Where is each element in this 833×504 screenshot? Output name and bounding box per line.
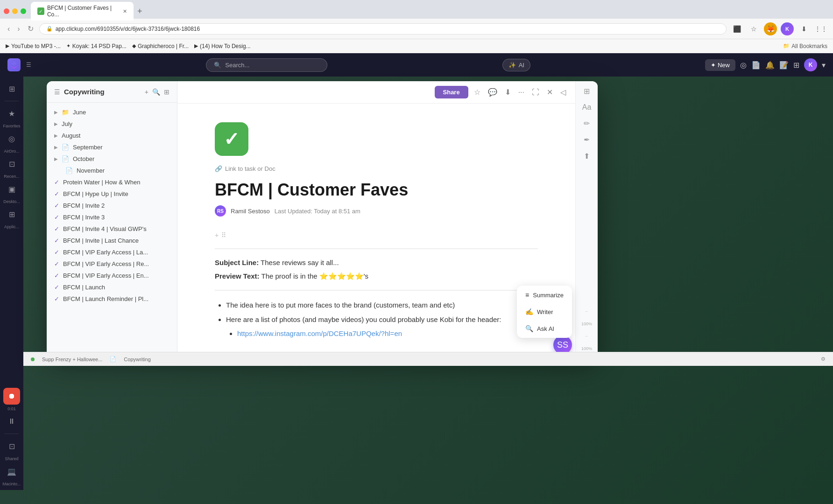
nav-bfcm-hype-label: BFCM | Hype Up | Invite — [63, 190, 128, 197]
sidebar-add-icon[interactable]: + — [145, 88, 148, 96]
chevron-down-icon[interactable]: ▾ — [822, 61, 826, 70]
reload-button[interactable]: ↻ — [26, 22, 35, 35]
writer-btn[interactable]: ✍ Writer — [519, 304, 570, 319]
bookmark-howto[interactable]: ▶ (14) How To Desig... — [194, 43, 251, 49]
user-avatar[interactable]: K — [804, 58, 817, 71]
sidebar-search-icon[interactable]: 🔍 — [152, 88, 160, 96]
more-options-icon[interactable]: ··· — [516, 86, 526, 98]
new-button[interactable]: ✦ New — [705, 59, 735, 71]
new-label: New — [718, 62, 730, 69]
nav-item-bfcm-lastchance[interactable]: ✓ BFCM | Invite | Last Chance — [47, 235, 177, 246]
bookmark-youtube[interactable]: ▶ YouTube to MP3 -... — [6, 43, 61, 49]
nav-item-bfcm-invite2[interactable]: ✓ BFCM | Invite 2 — [47, 200, 177, 211]
nav-item-bfcm-vip-en[interactable]: ✓ BFCM | VIP Early Access | En... — [47, 270, 177, 281]
sidebar-grid-icon[interactable]: ⊞ — [3, 80, 20, 97]
bookmarks-bar: ▶ YouTube to MP3 -... ✦ Koyak: 14 PSD Pa… — [0, 39, 833, 53]
bookmark-koyak[interactable]: ✦ Koyak: 14 PSD Pap... — [66, 43, 127, 49]
instagram-link[interactable]: https://www.instagram.com/p/DCEHa7UPQek/… — [237, 329, 402, 337]
panel-edit-icon[interactable]: ✏ — [584, 119, 590, 128]
sidebar-apps-icon[interactable]: ⊞ — [3, 206, 20, 223]
address-bar[interactable]: 🔒 app.clickup.com/6910355/v/dc/6jwck-373… — [39, 23, 727, 35]
hamburger-icon[interactable]: ☰ — [26, 62, 31, 68]
notepad-icon[interactable]: 📝 — [779, 61, 789, 70]
back-button[interactable]: ‹ — [6, 23, 12, 35]
close-modal-icon[interactable]: ✕ — [545, 86, 555, 98]
maximize-window-btn[interactable] — [21, 8, 26, 14]
nav-item-september[interactable]: ▶ 📄 September — [47, 141, 177, 153]
sidebar-shared-icon[interactable]: ⊡ — [3, 438, 20, 455]
nav-item-june[interactable]: ▶ 📁 June — [47, 106, 177, 118]
nav-item-bfcm-vip-la[interactable]: ✓ BFCM | VIP Early Access | La... — [47, 246, 177, 258]
fullscreen-icon[interactable]: ⛶ — [530, 86, 541, 98]
nav-item-july[interactable]: ▶ July — [47, 118, 177, 130]
nav-item-protein-water[interactable]: ✓ Protein Water | How & When — [47, 176, 177, 188]
ask-ai-btn[interactable]: 🔍 Ask AI — [519, 321, 570, 336]
ai-button[interactable]: ✨ AI — [502, 59, 530, 71]
nav-september-label: September — [73, 144, 103, 151]
nav-item-bfcm-invite3[interactable]: ✓ BFCM | Invite 3 — [47, 211, 177, 223]
star-icon[interactable]: ☆ — [472, 86, 482, 98]
sidebar-airdrop-icon[interactable]: ◎ — [3, 130, 20, 147]
ai-fab-button[interactable]: SS — [553, 336, 572, 354]
doc-title: BFCM | Customer Faves — [215, 180, 538, 200]
extensions-menu-icon[interactable]: ⋮⋮ — [814, 22, 827, 35]
app-left-sidebar: ⊞ ★ Favorites ◎ AirDro... ⊡ Recen... ▣ D… — [0, 77, 23, 490]
sidebar-collapse-icon[interactable]: ☰ — [54, 88, 60, 96]
goal-icon[interactable]: ◎ — [740, 61, 747, 70]
grid-icon[interactable]: ⊞ — [793, 61, 799, 70]
bookmark-star-icon[interactable]: ☆ — [747, 22, 760, 35]
doc-icon[interactable]: 📄 — [751, 61, 761, 70]
zoom-minus-icon[interactable]: − — [586, 309, 588, 314]
ai-fab-icon: SS — [557, 340, 568, 350]
download-icon[interactable]: ⬇ — [798, 22, 811, 35]
nav-item-bfcm-launch-reminder[interactable]: ✓ BFCM | Launch Reminder | Pl... — [47, 293, 177, 305]
forward-button[interactable]: › — [15, 23, 21, 35]
writer-icon: ✍ — [525, 308, 533, 315]
status-settings-icon[interactable]: ⚙ — [821, 356, 826, 362]
close-window-btn[interactable] — [4, 8, 9, 14]
nav-item-october[interactable]: ▶ 📄 October — [47, 153, 177, 165]
inline-add-row[interactable]: + ⠿ — [215, 231, 538, 239]
sidebar-favorites-icon[interactable]: ★ — [3, 105, 20, 122]
comment-icon[interactable]: 💬 — [486, 86, 499, 98]
sidebar-recent-icon[interactable]: ⊡ — [3, 155, 20, 172]
tab-close-icon[interactable]: ✕ — [123, 8, 127, 14]
share-button[interactable]: Share — [435, 86, 468, 98]
sidebar-airdrop-label: AirDro... — [4, 149, 19, 154]
summarize-label: Summarize — [533, 292, 564, 299]
nav-item-bfcm-vip-re[interactable]: ✓ BFCM | VIP Early Access | Re... — [47, 258, 177, 270]
active-tab[interactable]: ✓ BFCM | Customer Faves | Co... ✕ — [31, 2, 134, 21]
nav-item-bfcm-invite4[interactable]: ✓ BFCM | Invite 4 | Visual GWP's — [47, 223, 177, 235]
link-to-task[interactable]: 🔗 Link to task or Doc — [215, 165, 538, 172]
search-icon: 🔍 — [214, 62, 221, 69]
panel-layout-icon[interactable]: ⊞ — [584, 87, 590, 96]
sidebar-section-favorites: ★ Favorites — [3, 105, 20, 128]
sidebar-layout-icon[interactable]: ⊞ — [164, 88, 169, 96]
bookmark-graphicheroco[interactable]: ◆ Graphicheroco | Fr... — [132, 43, 189, 49]
sidebar-pause-btn[interactable]: ⏸ — [3, 413, 20, 430]
arrow-icon: ▶ — [54, 121, 58, 126]
search-bar[interactable]: 🔍 Search... — [206, 58, 327, 72]
profile-icon[interactable]: K — [781, 22, 794, 35]
sidebar-record-btn[interactable]: ⏺ — [3, 388, 20, 405]
extension-icon[interactable]: 🦊 — [764, 22, 777, 35]
nav-item-november[interactable]: 📄 November — [47, 165, 177, 176]
download-doc-icon[interactable]: ⬇ — [503, 86, 513, 98]
ask-ai-icon: 🔍 — [525, 325, 533, 332]
nav-item-bfcm-launch[interactable]: ✓ BFCM | Launch — [47, 281, 177, 293]
nav-bfcm-invite4-label: BFCM | Invite 4 | Visual GWP's — [63, 225, 147, 232]
sidebar-desktop-icon[interactable]: ▣ — [3, 181, 20, 197]
new-tab-button[interactable]: + — [134, 7, 146, 16]
reminder-icon[interactable]: 🔔 — [765, 61, 775, 70]
nav-item-august[interactable]: ▶ August — [47, 130, 177, 141]
nav-item-bfcm-hype[interactable]: ✓ BFCM | Hype Up | Invite — [47, 188, 177, 200]
panel-font-icon[interactable]: Aa — [582, 103, 592, 112]
summarize-btn[interactable]: ≡ Summarize — [519, 287, 570, 302]
minimize-window-btn[interactable] — [12, 8, 18, 14]
panel-upload-icon[interactable]: ⬆ — [584, 152, 590, 161]
panel-pen-icon[interactable]: ✒ — [584, 135, 590, 144]
sidebar-mac-icon[interactable]: 💻 — [3, 463, 20, 480]
cast-icon[interactable]: ⬛ — [730, 22, 743, 35]
zoom-minus-2-icon[interactable]: − — [586, 334, 588, 339]
panel-collapse-icon[interactable]: ◁ — [558, 86, 568, 98]
